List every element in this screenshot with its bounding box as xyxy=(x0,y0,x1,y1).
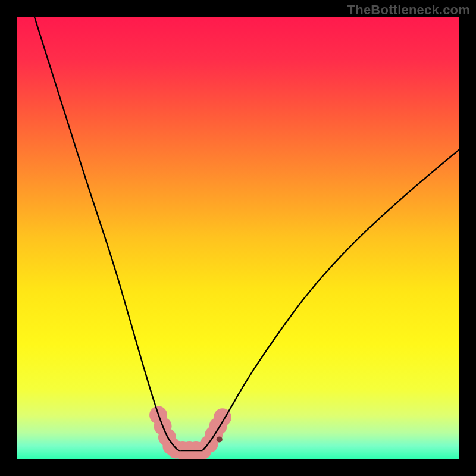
watermark-text: TheBottleneck.com xyxy=(347,2,470,18)
extra-dot xyxy=(217,437,223,443)
chart-svg xyxy=(17,17,459,459)
gradient-background xyxy=(17,17,459,459)
plot-area xyxy=(17,17,459,459)
chart-stage: TheBottleneck.com xyxy=(0,0,476,476)
